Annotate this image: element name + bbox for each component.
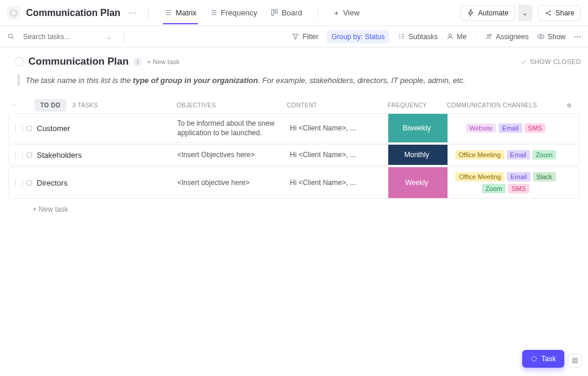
list-status-icon [14, 57, 24, 66]
desc-pre: The task name in this list is the [25, 76, 133, 85]
svg-point-10 [549, 11, 551, 12]
svg-rect-22 [573, 361, 574, 363]
channels-cell[interactable]: WebsiteEmailSMS [448, 114, 566, 142]
channels-cell[interactable]: Office MeetingEmailZoom [448, 145, 566, 165]
channel-tag[interactable]: SMS [525, 123, 546, 133]
svg-line-13 [547, 13, 549, 14]
list-description: The task name in this list is the type o… [18, 75, 581, 86]
tab-matrix[interactable]: Matrix [163, 2, 197, 24]
new-task-fab[interactable]: Task [522, 350, 564, 368]
plus-icon: ＋ [333, 8, 340, 18]
share-label: Share [555, 9, 574, 17]
channel-tag[interactable]: Slack [533, 172, 556, 181]
frequency-cell[interactable]: Biweekly [388, 114, 448, 142]
add-view-button[interactable]: ＋ View [333, 8, 360, 18]
status-dot[interactable] [27, 126, 32, 131]
add-column-button[interactable]: ⊕ [567, 102, 580, 109]
objectives-cell[interactable]: <Insert Objectives here> [175, 145, 287, 165]
svg-point-17 [487, 34, 489, 36]
task-name[interactable]: Stakeholders [37, 151, 82, 160]
status-pill[interactable]: TO DO [34, 99, 66, 111]
view-add-label: View [343, 8, 360, 17]
channels-cell[interactable]: Office MeetingEmailSlackZoomSMS [448, 167, 566, 198]
subtasks-button[interactable]: Subtasks [398, 33, 437, 41]
list-title: Communication Plan [28, 56, 129, 68]
col-frequency[interactable]: FREQUENCY [388, 102, 447, 109]
svg-rect-20 [573, 358, 574, 360]
fab-label: Task [541, 355, 556, 363]
collapse-icon[interactable] [11, 101, 18, 109]
show-closed-label: SHOW CLOSED [530, 58, 581, 65]
group-by-chip[interactable]: Group by: Status [327, 30, 389, 43]
drag-handle-icon[interactable]: ⋮⋮ [11, 151, 27, 159]
task-name[interactable]: Directors [37, 179, 68, 187]
col-channels[interactable]: COMMUNICATION CHANNELS [447, 102, 567, 109]
table-row[interactable]: ⋮⋮Directors<Insert objective here>Hi <Cl… [8, 167, 580, 199]
svg-point-14 [8, 34, 12, 38]
content-cell[interactable]: Hi <Client Name>, ... [287, 167, 388, 198]
frequency-cell[interactable]: Monthly [388, 145, 448, 165]
channel-tag[interactable]: Website [466, 123, 497, 133]
toolbar-more-icon[interactable]: ⋯ [574, 33, 581, 41]
show-closed-button[interactable]: SHOW CLOSED [520, 58, 581, 65]
share-button[interactable]: Share [538, 5, 581, 21]
table-row[interactable]: ⋮⋮CustomerTo be informed about the snew … [8, 113, 580, 143]
fab-apps-button[interactable] [568, 353, 582, 368]
channel-tag[interactable]: Office Meeting [455, 172, 504, 181]
status-dot[interactable] [27, 180, 32, 186]
search-wrap: ⌄ [23, 33, 112, 41]
channel-tag[interactable]: Email [498, 123, 522, 133]
search-icon [7, 33, 15, 40]
automate-button[interactable]: Automate [461, 5, 515, 21]
col-content[interactable]: CONTENT [287, 102, 388, 109]
objectives-cell[interactable]: To be informed about the snew applicatio… [175, 114, 287, 142]
table-row[interactable]: ⋮⋮Stakeholders<Insert Objectives here>Hi… [8, 144, 580, 165]
me-label: Me [457, 33, 467, 41]
new-task-bottom[interactable]: + New task [8, 200, 580, 219]
divider [124, 31, 124, 42]
col-objectives[interactable]: OBJECTIVES [174, 102, 287, 109]
subtasks-label: Subtasks [408, 33, 437, 41]
automate-label: Automate [478, 9, 509, 17]
channel-tag[interactable]: SMS [508, 184, 529, 193]
search-input[interactable] [23, 33, 103, 41]
sparkle-icon [531, 355, 538, 362]
automate-caret[interactable]: ⌄ [518, 5, 532, 21]
svg-rect-21 [576, 358, 577, 360]
content-cell[interactable]: Hi <Client Name>, ... [287, 145, 388, 165]
me-button[interactable]: Me [446, 33, 467, 41]
tab-label: Board [282, 8, 302, 17]
frequency-cell[interactable]: Weekly [388, 167, 448, 198]
tab-frequency[interactable]: Frequency [209, 2, 258, 24]
assignees-button[interactable]: Assignees [485, 33, 529, 41]
svg-point-18 [490, 34, 491, 36]
new-task-top[interactable]: + New task [147, 58, 180, 65]
table: TO DO 3 TASKS OBJECTIVES CONTENT FREQUEN… [0, 97, 588, 219]
svg-point-16 [449, 34, 451, 36]
channel-tag[interactable]: Zoom [482, 184, 506, 193]
drag-handle-icon[interactable]: ⋮⋮ [11, 124, 27, 132]
channel-tag[interactable]: Zoom [532, 150, 556, 160]
filter-button[interactable]: Filter [292, 33, 318, 41]
chevron-down-icon[interactable]: ⌄ [106, 33, 112, 41]
drag-handle-icon[interactable]: ⋮⋮ [11, 179, 27, 187]
tab-label: Matrix [175, 8, 196, 17]
task-name[interactable]: Customer [37, 124, 70, 133]
content-cell[interactable]: Hi <Client Name>, ... [287, 114, 388, 142]
title-more-icon[interactable]: ⋯ [126, 7, 139, 18]
info-icon[interactable]: i [133, 58, 142, 66]
group-prefix: Group by: [331, 33, 363, 41]
status-dot[interactable] [27, 152, 32, 158]
app-icon [7, 7, 20, 20]
tab-board[interactable]: Board [269, 2, 303, 24]
divider [148, 8, 149, 18]
channel-tag[interactable]: Email [507, 150, 531, 160]
objectives-cell[interactable]: <Insert objective here> [175, 167, 287, 198]
svg-rect-8 [275, 9, 277, 13]
assignees-label: Assignees [496, 33, 529, 41]
topbar: Communication Plan ⋯ Matrix Frequency Bo… [0, 0, 588, 26]
channel-tag[interactable]: Office Meeting [455, 150, 504, 160]
row-trailing [566, 145, 579, 165]
channel-tag[interactable]: Email [507, 172, 531, 181]
show-button[interactable]: Show [537, 33, 565, 41]
